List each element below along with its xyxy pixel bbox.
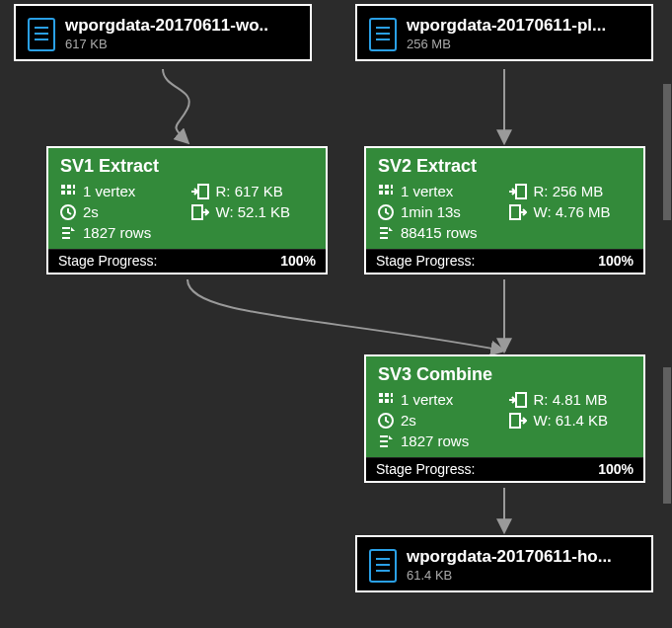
- file-node-input1[interactable]: wporgdata-20170611-wo.. 617 KB: [14, 4, 312, 61]
- job-graph-canvas[interactable]: wporgdata-20170611-wo.. 617 KB wporgdata…: [0, 0, 672, 628]
- stage-progress: Stage Progress: 100%: [48, 249, 326, 273]
- svg-rect-17: [379, 185, 383, 189]
- stat-time: 1min 13s: [378, 203, 501, 220]
- rows-icon: [60, 225, 76, 241]
- svg-rect-19: [379, 191, 383, 195]
- document-icon: [369, 18, 397, 51]
- stage-progress: Stage Progress: 100%: [366, 457, 643, 481]
- svg-rect-21: [391, 185, 393, 189]
- file-name: wporgdata-20170611-ho...: [407, 547, 612, 567]
- svg-rect-26: [379, 393, 383, 397]
- scrollbar-thumb[interactable]: [663, 84, 671, 220]
- svg-rect-32: [516, 393, 526, 407]
- stat-read: R: 4.81 MB: [509, 391, 633, 408]
- stage-node-sv2[interactable]: SV2 Extract 1 vertex R: 256 MB 1min 13s …: [364, 146, 645, 275]
- svg-rect-8: [61, 185, 65, 189]
- document-icon: [28, 18, 55, 51]
- svg-rect-12: [73, 185, 75, 189]
- file-node-output[interactable]: wporgdata-20170611-ho... 61.4 KB: [355, 535, 653, 592]
- stat-read: R: 617 KB: [191, 183, 315, 199]
- svg-rect-13: [73, 191, 75, 195]
- svg-rect-20: [385, 191, 389, 195]
- file-size: 256 MB: [407, 37, 606, 51]
- file-size: 61.4 KB: [407, 568, 612, 583]
- svg-rect-10: [61, 191, 65, 195]
- stage-node-sv1[interactable]: SV1 Extract 1 vertex R: 617 KB 2s W: 52.…: [46, 146, 328, 275]
- stat-read: R: 256 MB: [509, 183, 633, 199]
- read-icon: [509, 184, 527, 199]
- svg-rect-29: [385, 399, 389, 403]
- grid-icon: [378, 184, 394, 199]
- svg-rect-23: [516, 185, 526, 198]
- read-icon: [509, 392, 527, 408]
- svg-rect-30: [391, 393, 393, 397]
- clock-icon: [378, 413, 394, 429]
- stage-title: SV1 Extract: [60, 156, 314, 177]
- rows-icon: [378, 225, 394, 241]
- stat-rows: 1827 rows: [378, 432, 632, 449]
- svg-rect-14: [198, 185, 208, 198]
- svg-rect-9: [67, 185, 71, 189]
- stat-vertex: 1 vertex: [378, 183, 501, 199]
- write-icon: [509, 413, 527, 429]
- rows-icon: [378, 433, 394, 449]
- svg-rect-25: [510, 205, 520, 219]
- svg-rect-28: [379, 399, 383, 403]
- svg-rect-18: [385, 185, 389, 189]
- stage-title: SV2 Extract: [378, 156, 632, 177]
- stat-vertex: 1 vertex: [378, 391, 501, 408]
- svg-rect-27: [385, 393, 389, 397]
- grid-icon: [378, 392, 394, 408]
- file-node-input2[interactable]: wporgdata-20170611-pl... 256 MB: [355, 4, 653, 61]
- svg-rect-16: [192, 205, 202, 219]
- stat-rows: 1827 rows: [60, 224, 314, 241]
- file-size: 617 KB: [65, 37, 268, 51]
- file-name: wporgdata-20170611-wo..: [65, 16, 268, 36]
- stage-progress: Stage Progress: 100%: [366, 249, 643, 273]
- edges-layer: [0, 0, 672, 628]
- svg-rect-31: [391, 399, 393, 403]
- write-icon: [509, 204, 527, 220]
- grid-icon: [60, 184, 76, 199]
- file-name: wporgdata-20170611-pl...: [407, 16, 606, 36]
- svg-rect-34: [510, 414, 520, 428]
- stat-write: W: 52.1 KB: [191, 203, 315, 220]
- stat-time: 2s: [378, 412, 501, 429]
- stat-time: 2s: [60, 203, 184, 220]
- document-icon: [369, 549, 397, 583]
- clock-icon: [378, 204, 394, 220]
- write-icon: [191, 204, 209, 220]
- svg-rect-11: [67, 191, 71, 195]
- stat-vertex: 1 vertex: [60, 183, 184, 199]
- stat-rows: 88415 rows: [378, 224, 632, 241]
- svg-rect-22: [391, 191, 393, 195]
- clock-icon: [60, 204, 76, 220]
- stage-title: SV3 Combine: [378, 364, 632, 385]
- scrollbar-thumb[interactable]: [663, 367, 671, 504]
- stat-write: W: 61.4 KB: [509, 412, 633, 429]
- read-icon: [191, 184, 209, 199]
- stage-node-sv3[interactable]: SV3 Combine 1 vertex R: 4.81 MB 2s W: 61…: [364, 354, 645, 483]
- stat-write: W: 4.76 MB: [509, 203, 633, 220]
